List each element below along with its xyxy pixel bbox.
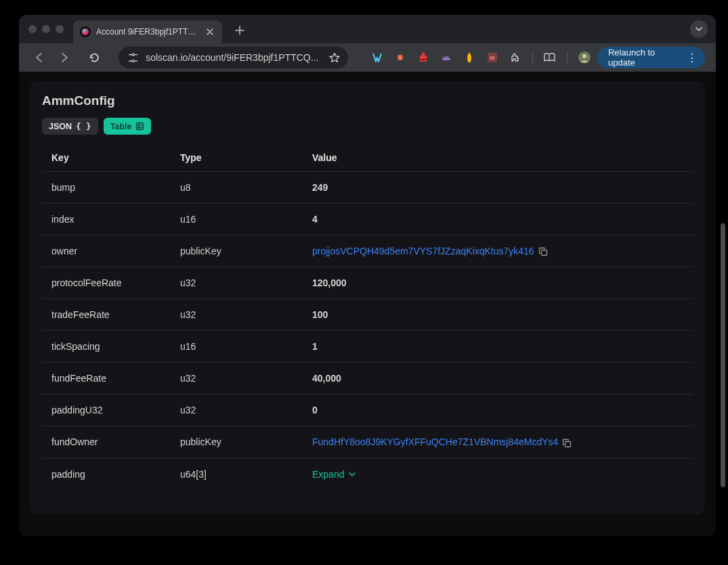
extension-icon-4[interactable]	[440, 51, 452, 64]
json-tab-label: JSON	[49, 122, 72, 131]
cell-key: index	[42, 204, 171, 235]
table-row: paddingu64[3]Expand	[42, 458, 693, 490]
url-bar[interactable]: solscan.io/account/9iFER3bpjf1PTTCQ...	[119, 47, 348, 68]
cell-value: 249	[303, 172, 693, 204]
svg-point-2	[131, 53, 133, 55]
cell-type: u8	[171, 172, 303, 204]
cell-value: FundHfY8oo8J9KYGyfXFFuQCHe7Z1VBNmsj84eMc…	[303, 426, 693, 458]
table-row: paddingU32u320	[42, 394, 693, 426]
panel-title: AmmConfig	[42, 93, 693, 108]
page-content: AmmConfig JSON { } Table Key Type	[19, 72, 716, 536]
cell-type: u16	[171, 204, 303, 235]
cell-key: fundFeeRate	[42, 363, 171, 394]
browser-window: Account 9iFER3bpjf1PTTCQC solscan.io/acc…	[19, 15, 716, 536]
window-minimize[interactable]	[42, 25, 50, 33]
table-row: protocolFeeRateu32120,000	[42, 267, 693, 299]
window-maximize[interactable]	[56, 25, 64, 33]
cell-value: Expand	[303, 458, 693, 490]
extension-icon-6[interactable]: M	[486, 51, 498, 64]
value-text: 1	[312, 341, 318, 352]
cell-type: publicKey	[171, 235, 303, 267]
cell-type: u32	[171, 299, 303, 331]
cell-key: fundOwner	[42, 426, 171, 458]
bookmark-star-icon[interactable]	[329, 52, 340, 63]
cell-key: bump	[42, 172, 171, 204]
ammconfig-panel: AmmConfig JSON { } Table Key Type	[30, 81, 705, 514]
cell-type: u32	[171, 394, 303, 426]
cell-key: owner	[42, 235, 171, 267]
svg-rect-15	[137, 123, 144, 130]
profile-avatar-icon[interactable]	[578, 51, 591, 64]
extensions-puzzle-icon[interactable]	[509, 51, 521, 64]
menu-dots-icon: ⋮	[687, 51, 698, 64]
expand-label: Expand	[312, 469, 344, 480]
extension-icon-5[interactable]	[463, 51, 475, 64]
svg-point-9	[444, 57, 445, 58]
tab-close-icon[interactable]	[205, 26, 215, 37]
scrollbar[interactable]	[721, 223, 725, 487]
copy-icon[interactable]	[562, 438, 572, 448]
svg-text:M: M	[490, 55, 495, 61]
expand-button[interactable]: Expand	[312, 469, 356, 480]
svg-point-10	[448, 57, 449, 58]
table-row: indexu164	[42, 204, 693, 235]
value-text: 4	[312, 214, 318, 225]
view-tab-table[interactable]: Table	[104, 118, 152, 135]
cell-value: 40,000	[303, 363, 693, 394]
back-button[interactable]	[30, 48, 48, 67]
cell-value: 4	[303, 204, 693, 235]
table-row: tradeFeeRateu32100	[42, 299, 693, 331]
value-text: 40,000	[312, 373, 341, 384]
value-link[interactable]: FundHfY8oo8J9KYGyfXFFuQCHe7Z1VBNmsj84eMc…	[312, 436, 558, 447]
extension-icons: ✸ M	[371, 51, 591, 64]
tab-favicon	[80, 26, 91, 37]
relaunch-button[interactable]: Relaunch to update ⋮	[597, 47, 705, 68]
value-text: 100	[312, 309, 328, 320]
toolbar-separator	[567, 51, 568, 64]
value-text: 249	[312, 182, 328, 193]
cell-type: u64[3]	[171, 458, 303, 490]
view-mode-tabs: JSON { } Table	[42, 118, 693, 135]
cell-key: tickSpacing	[42, 331, 171, 363]
new-tab-button[interactable]	[232, 22, 248, 39]
cell-type: u16	[171, 331, 303, 363]
cell-key: padding	[42, 458, 171, 490]
tab-title: Account 9iFER3bpjf1PTTCQC	[96, 27, 199, 37]
tab-bar: Account 9iFER3bpjf1PTTCQC	[19, 15, 716, 43]
copy-icon[interactable]	[538, 247, 548, 256]
cell-key: protocolFeeRate	[42, 267, 171, 299]
site-settings-icon[interactable]	[127, 51, 139, 64]
forward-button[interactable]	[55, 48, 73, 67]
reader-mode-icon[interactable]	[544, 51, 556, 64]
value-text: 120,000	[312, 277, 347, 288]
extension-icon-1[interactable]	[371, 51, 383, 64]
svg-rect-16	[541, 250, 547, 256]
table-row: tickSpacingu161	[42, 331, 693, 363]
cell-value: projjosVCPQH49d5em7VYS7fJZzaqKixqKtus7yk…	[303, 235, 693, 267]
svg-rect-8	[421, 59, 426, 60]
table-icon	[135, 122, 144, 131]
extension-icon-2[interactable]: ✸	[394, 51, 406, 64]
navigation-toolbar: solscan.io/account/9iFER3bpjf1PTTCQ... ✸…	[19, 43, 716, 72]
window-close[interactable]	[28, 25, 37, 33]
svg-rect-17	[565, 441, 571, 447]
relaunch-label: Relaunch to update	[608, 47, 681, 68]
reload-button[interactable]	[85, 48, 104, 67]
braces-icon: { }	[76, 121, 91, 131]
cell-value: 1	[303, 331, 693, 363]
extension-icon-3[interactable]	[417, 51, 429, 64]
table-row: bumpu8249	[42, 172, 693, 204]
value-link[interactable]: projjosVCPQH49d5em7VYS7fJZzaqKixqKtus7yk…	[312, 246, 534, 256]
cell-key: tradeFeeRate	[42, 299, 171, 331]
cell-key: paddingU32	[42, 394, 171, 426]
view-tab-json[interactable]: JSON { }	[42, 118, 98, 135]
svg-rect-7	[422, 53, 425, 56]
url-text: solscan.io/account/9iFER3bpjf1PTTCQ...	[146, 52, 322, 63]
col-header-type: Type	[171, 144, 303, 172]
chevron-down-icon	[348, 470, 356, 478]
toolbar-separator	[532, 51, 533, 64]
tabs-dropdown-button[interactable]	[690, 20, 708, 38]
col-header-value: Value	[303, 144, 693, 172]
data-table: Key Type Value bumpu8249indexu164ownerpu…	[42, 144, 693, 490]
browser-tab-active[interactable]: Account 9iFER3bpjf1PTTCQC	[73, 20, 222, 43]
